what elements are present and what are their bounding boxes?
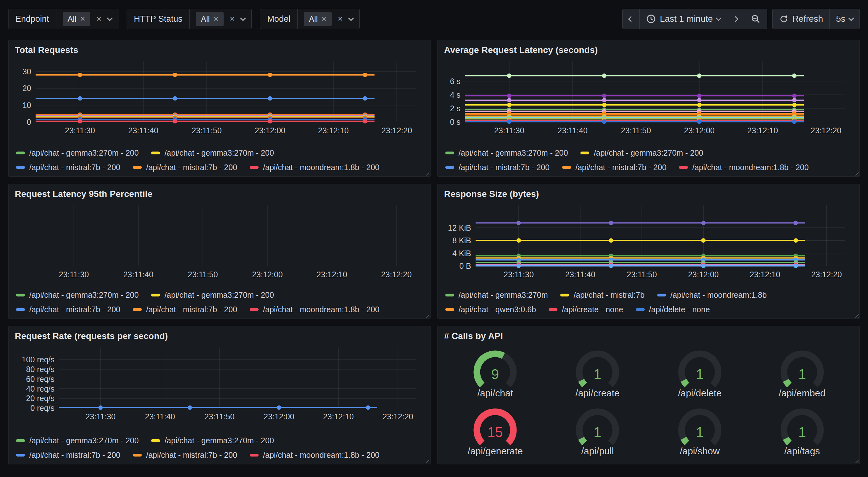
refresh-button[interactable]: Refresh [772,9,830,29]
time-shift-forward-button[interactable] [727,9,744,29]
chip-remove-icon[interactable]: × [214,15,219,23]
gauge-label: /api/show [680,446,720,456]
chart-area[interactable]: 23:11:3023:11:4023:11:5023:12:0023:12:10… [15,345,424,423]
legend-item[interactable]: /api/chat - qwen3:0.6b [445,305,536,314]
gauge-label: /api/create [576,388,620,398]
panel-resize-handle[interactable] [853,458,859,463]
legend-item[interactable]: /api/chat - moondream:1.8b - 200 [250,450,379,460]
gauge-value: 1 [594,366,601,382]
gauge-label: /api/pull [581,446,614,456]
filter-chip-label: All [309,14,318,24]
gauge: 1 /api/tags [751,405,853,456]
panel-resize-handle[interactable] [853,170,859,176]
legend-item[interactable]: /api/chat - moondream:1.8b [657,291,767,300]
legend-item[interactable]: /api/chat - gemma3:270m - 200 [445,148,568,157]
legend-item[interactable]: /api/chat - mistral:7b - 200 [16,305,120,314]
refresh-interval-label: 5s [836,14,845,24]
x-axis-tick-label: 23:11:40 [565,270,595,279]
legend-item[interactable]: /api/chat - gemma3:270m - 200 [16,148,138,157]
clear-filter-icon[interactable]: × [338,15,343,23]
panel-resize-handle[interactable] [424,170,429,176]
legend-row: /api/chat - qwen3:0.6b/api/create - none… [445,305,853,314]
legend-item[interactable]: /api/delete - none [636,305,710,314]
series-point [507,103,512,107]
panel-title[interactable]: Request Rate (requests per second) [15,331,424,341]
legend-item[interactable]: /api/chat - mistral:7b - 200 [133,163,237,172]
panel-title[interactable]: Request Latency 95th Percentile [15,189,424,199]
filter-group-endpoint: Endpoint All × × [8,9,118,29]
legend-item[interactable]: /api/chat - gemma3:270m - 200 [581,148,703,157]
panel-title[interactable]: # Calls by API [444,331,853,341]
legend-color-marker [133,166,142,169]
legend-item[interactable]: /api/chat - gemma3:270m [445,291,548,300]
time-range-label: Last 1 minute [660,14,713,24]
zoom-out-time-button[interactable] [744,9,767,29]
series-point [78,73,82,77]
clear-filter-icon[interactable]: × [96,15,101,23]
panel-title[interactable]: Average Request Latency (seconds) [444,45,853,55]
filter-chip[interactable]: All × [63,12,90,26]
legend-item[interactable]: /api/create - none [549,305,623,314]
time-range-picker[interactable]: Last 1 minute [639,9,727,29]
legend-item[interactable]: /api/chat - gemma3:270m - 200 [151,148,274,157]
legend-item[interactable]: /api/chat - mistral:7b - 200 [133,305,237,314]
filter-group-model: Model All × × [260,9,360,29]
y-axis-tick-label: 40 req/s [26,384,55,393]
x-axis-tick-label: 23:12:00 [688,270,719,279]
chip-remove-icon[interactable]: × [321,15,327,23]
series-point [697,119,702,124]
legend-item[interactable]: /api/chat - mistral:7b - 200 [562,163,666,172]
gauge: 1 /api/delete [649,347,751,398]
gauge: 1 /api/embed [751,347,853,398]
legend-item[interactable]: /api/chat - mistral:7b [560,291,644,300]
x-axis-tick-label: 23:12:20 [381,270,412,279]
legend-item[interactable]: /api/chat - mistral:7b - 200 [16,450,120,460]
chart-area[interactable]: 23:11:3023:11:4023:11:5023:12:0023:12:10… [444,58,853,137]
series-point [794,238,798,243]
legend-item[interactable]: /api/chat - moondream:1.8b - 200 [250,305,379,314]
time-series-chart[interactable]: 23:11:3023:11:4023:11:5023:12:0023:12:10… [444,58,853,136]
time-series-chart[interactable]: 23:11:3023:11:4023:11:5023:12:0023:12:10… [15,58,424,136]
panel-title[interactable]: Response Size (bytes) [444,189,853,199]
legend-item[interactable]: /api/chat - mistral:7b - 200 [16,163,120,172]
filter-value-select[interactable]: All × × [56,9,118,29]
filter-value-select[interactable]: All × × [190,9,251,29]
y-axis-tick-label: 60 req/s [26,375,55,383]
legend-item[interactable]: /api/chat - mistral:7b - 200 [133,450,237,460]
chip-remove-icon[interactable]: × [80,15,85,23]
legend-item[interactable]: /api/chat - gemma3:270m - 200 [16,291,138,300]
x-axis-tick-label: 23:11:30 [59,270,89,279]
time-series-chart[interactable]: 23:11:3023:11:4023:11:5023:12:0023:12:10… [15,345,424,422]
time-shift-back-button[interactable] [622,9,640,29]
chart-area[interactable]: 23:11:3023:11:4023:11:5023:12:0023:12:10… [444,202,853,281]
legend-item[interactable]: /api/chat - mistral:7b - 200 [445,163,550,172]
panel-request-rate: Request Rate (requests per second) 23:11… [8,326,431,465]
refresh-interval-dropdown[interactable]: 5s [829,9,860,29]
y-axis-tick-label: 0 s [450,118,461,126]
legend-item[interactable]: /api/chat - moondream:1.8b - 200 [679,163,809,172]
chevron-down-icon[interactable] [348,15,354,21]
series-point [173,119,177,123]
clear-filter-icon[interactable]: × [230,15,235,23]
chart-area[interactable]: 23:11:3023:11:4023:11:5023:12:0023:12:10… [15,202,424,281]
legend-row: /api/chat - gemma3:270m - 200/api/chat -… [445,148,853,157]
panel-title[interactable]: Total Requests [15,45,424,55]
filter-chip[interactable]: All × [304,12,332,26]
panel-resize-handle[interactable] [424,312,429,318]
chart-area[interactable]: 23:11:3023:11:4023:11:5023:12:0023:12:10… [15,58,424,137]
filter-chip[interactable]: All × [196,12,224,26]
legend-color-marker [549,308,557,311]
legend-item[interactable]: /api/chat - gemma3:270m - 200 [16,436,138,445]
chevron-down-icon[interactable] [240,15,246,21]
legend-item[interactable]: /api/chat - gemma3:270m - 200 [151,291,274,300]
time-series-chart[interactable]: 23:11:3023:11:4023:11:5023:12:0023:12:10… [444,202,853,280]
chevron-down-icon[interactable] [107,15,113,21]
legend-item[interactable]: /api/chat - moondream:1.8b - 200 [250,163,379,172]
panel-total-requests: Total Requests 23:11:3023:11:4023:11:502… [8,40,431,177]
legend-color-marker [16,308,25,311]
panel-resize-handle[interactable] [853,312,859,318]
panel-resize-handle[interactable] [424,458,429,463]
time-series-chart[interactable]: 23:11:3023:11:4023:11:5023:12:0023:12:10… [15,202,424,280]
legend-item[interactable]: /api/chat - gemma3:270m - 200 [151,436,274,445]
filter-value-select[interactable]: All × × [298,9,359,29]
